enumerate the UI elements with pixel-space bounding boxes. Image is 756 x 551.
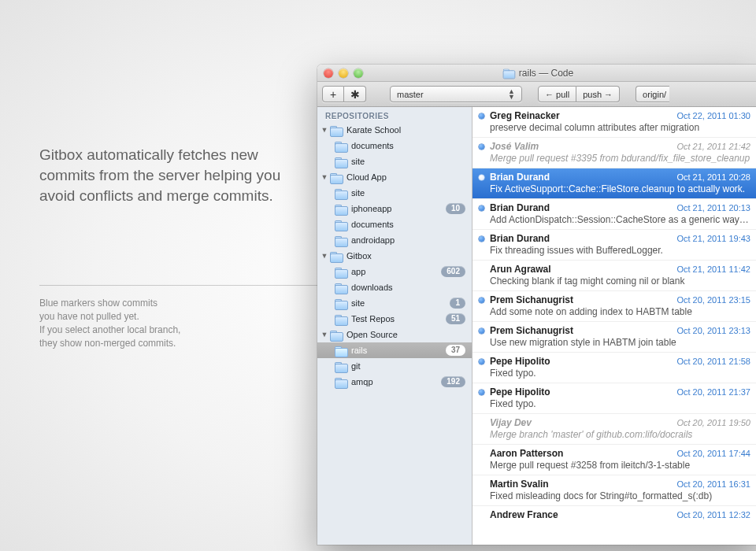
disclosure-triangle-icon[interactable]: ▼: [321, 331, 328, 338]
sidebar-item[interactable]: androidapp: [317, 232, 472, 248]
folder-icon: [335, 141, 347, 151]
item-label: documents: [351, 220, 465, 229]
disclosure-triangle-icon[interactable]: ▼: [321, 252, 328, 260]
sidebar-item[interactable]: iphoneapp10: [317, 201, 472, 216]
folder-icon: [335, 377, 347, 387]
folder-icon: [335, 267, 347, 277]
group-label: Karate School: [346, 125, 465, 135]
branch-select[interactable]: master ▲▼: [390, 86, 522, 102]
sidebar-header: REPOSITORIES: [317, 107, 472, 122]
commit-message: Fixed misleading docs for String#to_form…: [490, 490, 750, 501]
item-label: git: [351, 361, 465, 371]
unread-marker-icon: [479, 175, 484, 180]
push-button[interactable]: push →: [576, 86, 620, 102]
sidebar-group[interactable]: ▼Karate School: [317, 122, 472, 138]
sidebar-item[interactable]: site1: [317, 295, 472, 311]
settings-button[interactable]: ✱: [344, 86, 366, 102]
commit-row[interactable]: José ValimOct 21, 2011 21:42Merge pull r…: [472, 138, 756, 168]
commit-row[interactable]: Vijay DevOct 20, 2011 19:50Merge branch …: [472, 414, 756, 445]
commit-row[interactable]: Arun AgrawalOct 21, 2011 11:42Checking b…: [472, 261, 756, 291]
sidebar-item[interactable]: app602: [317, 264, 472, 279]
commit-author: Pepe Hipolito: [490, 386, 550, 398]
unread-marker-icon: [479, 298, 484, 303]
sidebar-group[interactable]: ▼Open Source: [317, 327, 472, 342]
item-label: downloads: [351, 283, 465, 292]
folder-icon: [335, 204, 347, 214]
folder-icon: [335, 220, 347, 230]
commit-date: Oct 20, 2011 21:58: [676, 357, 750, 366]
folder-icon: [330, 172, 343, 183]
add-button[interactable]: +: [322, 86, 344, 102]
commit-author: Brian Durand: [490, 202, 550, 213]
commit-message: Use new migration style in HABTM join ta…: [490, 337, 750, 348]
commit-row[interactable]: Brian DurandOct 21, 2011 20:28Fix Active…: [472, 168, 756, 199]
marketing-headline: Gitbox automatically fetches new commits…: [39, 145, 291, 206]
commit-row[interactable]: Greg ReinackerOct 22, 2011 01:30preserve…: [472, 107, 756, 138]
sidebar-item[interactable]: downloads: [317, 279, 472, 295]
folder-icon: [335, 298, 347, 309]
sidebar-item[interactable]: documents: [317, 138, 472, 153]
disclosure-triangle-icon[interactable]: ▼: [321, 126, 328, 134]
commit-date: Oct 20, 2011 23:15: [676, 295, 750, 305]
commit-author: Martin Svalin: [490, 479, 549, 490]
close-icon[interactable]: [324, 68, 333, 78]
sidebar-item[interactable]: site: [317, 185, 472, 201]
commit-author: Pepe Hipolito: [490, 356, 550, 367]
commit-row[interactable]: Prem SichanugristOct 20, 2011 23:13Use n…: [472, 322, 756, 353]
commit-row[interactable]: Aaron PattersonOct 20, 2011 17:44Merge p…: [472, 445, 756, 475]
group-label: Gitbox: [346, 251, 465, 261]
folder-icon: [502, 68, 514, 78]
unread-marker-icon: [479, 359, 484, 364]
count-badge: 10: [446, 203, 465, 214]
commit-row[interactable]: Prem SichanugristOct 20, 2011 23:15Add s…: [472, 291, 756, 322]
commit-message: Merge branch 'master' of github.com:lifo…: [490, 429, 750, 440]
unread-marker-icon: [479, 328, 484, 334]
sync-button-group: ← pull push →: [538, 86, 620, 102]
commit-author: Brian Durand: [490, 172, 550, 183]
sidebar-item[interactable]: documents: [317, 216, 472, 232]
commit-message: Fixed typo.: [490, 368, 750, 379]
window-title: rails — Code: [317, 68, 756, 79]
folder-icon: [335, 283, 347, 293]
remote-branch-button[interactable]: origin/: [636, 86, 669, 102]
commit-list[interactable]: Greg ReinackerOct 22, 2011 01:30preserve…: [472, 107, 756, 545]
commit-row[interactable]: Andrew FranceOct 20, 2011 12:32: [472, 506, 756, 525]
commit-author: José Valim: [490, 141, 539, 152]
commit-row[interactable]: Pepe HipolitoOct 20, 2011 21:37Fixed typ…: [472, 383, 756, 414]
commit-date: Oct 21, 2011 19:43: [676, 234, 750, 243]
traffic-lights: [324, 68, 363, 78]
disclosure-triangle-icon[interactable]: ▼: [321, 173, 328, 181]
titlebar[interactable]: rails — Code: [317, 65, 756, 82]
sidebar-group[interactable]: ▼Gitbox: [317, 248, 472, 264]
commit-row[interactable]: Pepe HipolitoOct 20, 2011 21:58Fixed typ…: [472, 353, 756, 383]
folder-icon: [335, 314, 347, 324]
marketing-subtext: Blue markers show commits you have not p…: [39, 297, 291, 350]
item-label: iphoneapp: [351, 204, 446, 213]
commit-author: Brian Durand: [490, 233, 550, 244]
folder-icon: [330, 330, 343, 340]
commit-row[interactable]: Brian DurandOct 21, 2011 20:13Add Action…: [472, 199, 756, 230]
commit-author: Prem Sichanugrist: [490, 325, 573, 336]
branch-name: master: [397, 90, 424, 99]
sidebar-item[interactable]: rails37: [317, 342, 472, 358]
sidebar-item[interactable]: amqp192: [317, 374, 472, 390]
commit-row[interactable]: Brian DurandOct 21, 2011 19:43Fix thread…: [472, 230, 756, 261]
sidebar-item[interactable]: Test Repos51: [317, 311, 472, 327]
group-label: Cloud App: [346, 172, 465, 182]
commit-message: Fixed typo.: [490, 398, 750, 409]
commit-date: Oct 22, 2011 01:30: [676, 111, 750, 120]
item-label: rails: [351, 346, 446, 355]
commit-message: Merge pull request #3258 from ileitch/3-…: [490, 460, 750, 471]
pull-button[interactable]: ← pull: [538, 86, 576, 102]
count-badge: 37: [446, 345, 465, 356]
commit-row[interactable]: Martin SvalinOct 20, 2011 16:31Fixed mis…: [472, 475, 756, 506]
item-label: site: [351, 188, 465, 198]
commit-message: Merge pull request #3395 from bdurand/fi…: [490, 153, 750, 164]
unread-marker-icon: [479, 205, 484, 211]
zoom-icon[interactable]: [354, 68, 363, 78]
sidebar-item[interactable]: site: [317, 153, 472, 169]
sidebar-item[interactable]: git: [317, 358, 472, 374]
minimize-icon[interactable]: [339, 68, 348, 78]
sidebar-group[interactable]: ▼Cloud App: [317, 169, 472, 185]
folder-icon: [335, 188, 347, 198]
